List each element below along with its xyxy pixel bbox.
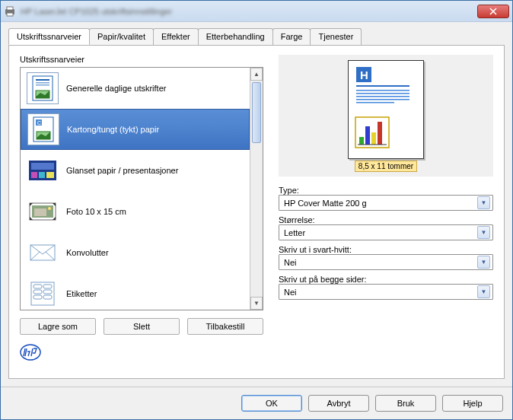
list-item-label: Glanset papir / presentasjoner xyxy=(66,166,178,175)
list-item-label: Etiketter xyxy=(66,289,97,298)
svg-rect-2 xyxy=(7,13,13,16)
svg-rect-13 xyxy=(31,163,54,170)
svg-rect-37 xyxy=(356,102,394,103)
button-label: Bruk xyxy=(397,399,415,408)
svg-rect-42 xyxy=(378,122,382,145)
svg-rect-36 xyxy=(356,99,409,100)
ok-button[interactable]: OK xyxy=(241,395,302,412)
svg-rect-15 xyxy=(39,172,45,178)
paper-size-label: 8,5 x 11 tommer xyxy=(355,161,417,172)
tab-strip: Utskriftssnarveier Papir/kvalitet Effekt… xyxy=(8,28,505,46)
select-value: Nei xyxy=(284,288,297,297)
shortcut-item-general[interactable]: Generelle daglige utskrifter xyxy=(21,68,250,109)
button-label: Tilbakestill xyxy=(206,322,245,331)
svg-rect-33 xyxy=(356,90,409,91)
button-label: Slett xyxy=(133,322,150,331)
svg-rect-16 xyxy=(46,172,54,178)
type-select[interactable]: HP Cover Matte 200 g ▼ xyxy=(279,195,493,211)
scroll-down-arrow[interactable]: ▼ xyxy=(250,297,263,310)
size-label: Størrelse: xyxy=(279,215,493,224)
svg-rect-39 xyxy=(359,137,364,145)
paper-preview-icon: H xyxy=(348,60,424,159)
duplex-select[interactable]: Nei ▼ xyxy=(279,284,493,300)
shortcut-item-labels[interactable]: Etiketter xyxy=(21,273,250,310)
list-item-label: Konvolutter xyxy=(66,248,109,257)
scrollbar[interactable]: ▲ ▼ xyxy=(250,68,263,310)
type-label: Type: xyxy=(279,186,493,195)
envelope-icon xyxy=(27,237,59,269)
doc-photo-icon xyxy=(27,196,59,228)
window-title: HP LaserJet CP1025 utskriftsinnstillinge… xyxy=(21,7,172,16)
delete-button[interactable]: Slett xyxy=(104,318,180,335)
tab-label: Effekter xyxy=(161,32,190,41)
page-preview: H xyxy=(279,55,493,177)
save-as-button[interactable]: Lagre som xyxy=(20,318,96,335)
svg-rect-1 xyxy=(7,7,13,10)
shortcuts-listbox[interactable]: Generelle daglige utskrifter C Kartong/t… xyxy=(20,67,263,310)
shortcut-item-photo[interactable]: Foto 10 x 15 cm xyxy=(21,191,250,232)
svg-text:C: C xyxy=(37,120,41,126)
svg-rect-32 xyxy=(356,85,409,87)
close-button[interactable] xyxy=(477,5,509,18)
doc-glossy-icon xyxy=(27,154,59,186)
svg-rect-40 xyxy=(365,126,370,145)
bw-label: Skriv ut i svart-hvitt: xyxy=(279,245,493,254)
duplex-label: Skriv ut på begge sider: xyxy=(279,275,493,284)
tab-paper-quality[interactable]: Papir/kvalitet xyxy=(89,28,154,45)
svg-rect-35 xyxy=(356,96,409,97)
scroll-up-arrow[interactable]: ▲ xyxy=(250,68,263,81)
svg-text:H: H xyxy=(360,68,368,81)
list-item-label: Kartong/tungt (tykt) papir xyxy=(67,125,159,134)
tab-color[interactable]: Farge xyxy=(272,28,311,45)
reset-button[interactable]: Tilbakestill xyxy=(187,318,263,335)
printer-icon xyxy=(4,5,16,18)
tab-panel: Utskriftssnarveier Generelle daglige uts… xyxy=(8,45,505,379)
doc-general-icon xyxy=(27,72,59,104)
chevron-down-icon: ▼ xyxy=(477,256,490,269)
apply-button[interactable]: Bruk xyxy=(375,395,436,412)
dialog-window: HP LaserJet CP1025 utskriftsinnstillinge… xyxy=(0,0,513,420)
tab-services[interactable]: Tjenester xyxy=(310,28,362,45)
size-select[interactable]: Letter ▼ xyxy=(279,224,493,240)
select-value: HP Cover Matte 200 g xyxy=(284,199,367,208)
select-value: Letter xyxy=(284,228,305,237)
tab-label: Papir/kvalitet xyxy=(97,32,145,41)
svg-rect-34 xyxy=(356,93,409,94)
svg-rect-6 xyxy=(36,84,49,86)
svg-rect-19 xyxy=(34,208,46,216)
svg-point-20 xyxy=(48,207,51,210)
button-label: OK xyxy=(266,399,278,408)
tab-label: Utskriftssnarveier xyxy=(17,32,81,41)
chevron-down-icon: ▼ xyxy=(477,285,490,298)
button-label: Lagre som xyxy=(38,322,78,331)
cancel-button[interactable]: Avbryt xyxy=(308,395,369,412)
chevron-down-icon: ▼ xyxy=(477,226,490,239)
shortcut-item-envelopes[interactable]: Konvolutter xyxy=(21,232,250,273)
tab-shortcuts[interactable]: Utskriftssnarveier xyxy=(8,28,90,45)
bw-select[interactable]: Nei ▼ xyxy=(279,254,493,270)
button-label: Hjelp xyxy=(463,399,482,408)
tab-effects[interactable]: Effekter xyxy=(153,28,199,45)
help-button[interactable]: Hjelp xyxy=(442,395,503,412)
titlebar: HP LaserJet CP1025 utskriftsinnstillinge… xyxy=(1,1,512,22)
dialog-footer: OK Avbryt Bruk Hjelp xyxy=(1,387,512,419)
shortcut-item-cardstock[interactable]: C Kartong/tungt (tykt) papir xyxy=(21,109,250,150)
svg-rect-5 xyxy=(36,82,49,84)
tab-label: Etterbehandling xyxy=(206,32,265,41)
list-item-label: Generelle daglige utskrifter xyxy=(66,84,166,93)
svg-point-29 xyxy=(21,345,40,360)
chevron-down-icon: ▼ xyxy=(477,196,490,209)
content-area: Utskriftssnarveier Papir/kvalitet Effekt… xyxy=(1,22,512,387)
svg-rect-14 xyxy=(31,172,37,178)
tab-finishing[interactable]: Etterbehandling xyxy=(198,28,273,45)
shortcut-item-glossy[interactable]: Glanset papir / presentasjoner xyxy=(21,150,250,191)
scroll-thumb[interactable] xyxy=(252,82,261,143)
svg-rect-4 xyxy=(36,79,49,81)
labels-icon xyxy=(27,278,59,310)
hp-logo-icon xyxy=(20,344,41,361)
tab-label: Tjenester xyxy=(318,32,353,41)
tab-label: Farge xyxy=(281,32,303,41)
select-value: Nei xyxy=(284,258,297,267)
list-item-label: Foto 10 x 15 cm xyxy=(66,207,126,216)
shortcuts-heading: Utskriftssnarveier xyxy=(20,55,263,64)
